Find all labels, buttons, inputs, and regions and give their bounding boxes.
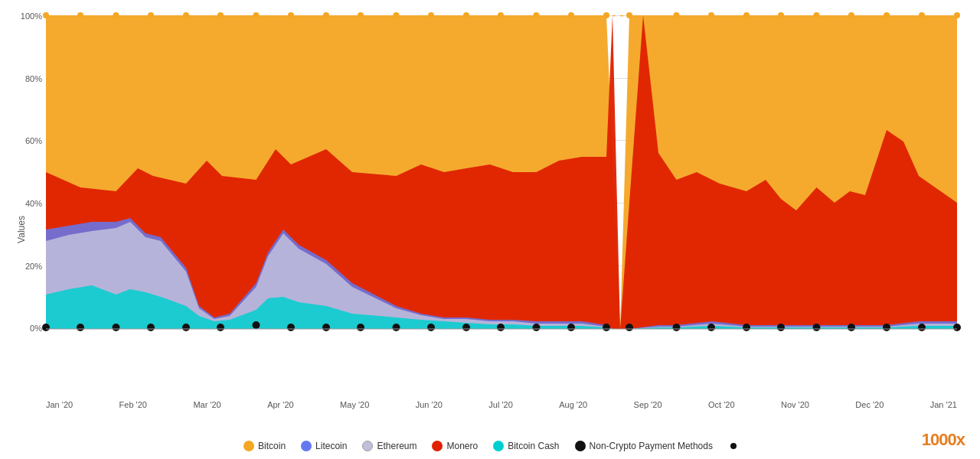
x-label-jan21: Jan '21: [930, 400, 957, 409]
svg-point-16: [568, 12, 574, 18]
svg-point-50: [813, 324, 821, 331]
x-label-aug20: Aug '20: [559, 400, 587, 409]
svg-point-3: [113, 12, 119, 18]
svg-point-47: [707, 324, 715, 331]
x-labels: Jan '20 Feb '20 Mar '20 Apr '20 May '20 …: [46, 400, 957, 409]
svg-point-1: [43, 12, 49, 18]
y-label-20: 20%: [25, 262, 42, 271]
svg-point-6: [217, 12, 224, 18]
svg-point-37: [357, 324, 364, 331]
ethereum-legend-dot: [362, 441, 373, 451]
legend: Bitcoin Litecoin Ethereum Monero Bitcoin…: [0, 441, 980, 451]
svg-point-15: [534, 12, 540, 18]
brand-text: 1000x: [922, 430, 965, 449]
y-axis-label: Values: [16, 216, 27, 243]
svg-point-20: [708, 12, 714, 18]
svg-point-25: [884, 12, 890, 18]
litecoin-legend-dot: [301, 441, 312, 451]
svg-point-12: [428, 12, 434, 18]
x-label-dec20: Dec '20: [855, 400, 884, 409]
svg-point-53: [918, 324, 926, 331]
legend-item-noncrypto: Non-Crypto Payment Methods: [575, 441, 713, 451]
svg-point-17: [603, 12, 609, 18]
svg-point-45: [626, 324, 633, 331]
svg-point-51: [848, 324, 855, 331]
legend-item-monero: Monero: [432, 441, 478, 451]
bitcoin-cash-legend-dot: [493, 441, 504, 451]
svg-point-35: [287, 324, 295, 331]
svg-point-5: [183, 12, 189, 18]
x-label-jun20: Jun '20: [416, 400, 443, 409]
svg-point-32: [182, 324, 190, 331]
x-label-nov20: Nov '20: [781, 400, 809, 409]
svg-point-43: [567, 324, 575, 331]
bitcoin-legend-dot: [243, 441, 254, 451]
legend-item-bitcoin-cash: Bitcoin Cash: [493, 441, 559, 451]
svg-point-49: [777, 324, 785, 331]
extra-legend-dot: [730, 443, 737, 449]
svg-point-42: [533, 324, 541, 331]
svg-point-27: [954, 12, 960, 18]
x-label-jan20: Jan '20: [46, 400, 73, 409]
x-label-sep20: Sep '20: [634, 400, 662, 409]
x-label-apr20: Apr '20: [267, 400, 294, 409]
svg-point-18: [626, 12, 632, 18]
y-label-0: 0%: [30, 324, 42, 333]
svg-point-36: [322, 324, 330, 331]
x-label-mar20: Mar '20: [193, 400, 220, 409]
noncrypto-legend-label: Non-Crypto Payment Methods: [590, 441, 713, 451]
y-label-40: 40%: [25, 199, 42, 208]
legend-item-extra-dot: [728, 443, 737, 449]
svg-point-22: [778, 12, 784, 18]
monero-legend-label: Monero: [446, 441, 478, 451]
svg-point-19: [674, 12, 680, 18]
svg-point-10: [358, 12, 364, 18]
y-label-80: 80%: [25, 74, 42, 83]
svg-point-54: [953, 324, 961, 331]
bitcoin-legend-label: Bitcoin: [258, 441, 286, 451]
svg-point-34: [253, 321, 260, 329]
svg-point-26: [919, 12, 925, 18]
svg-point-11: [394, 12, 400, 18]
svg-point-28: [42, 324, 50, 331]
svg-point-41: [497, 324, 505, 331]
bitcoin-cash-legend-label: Bitcoin Cash: [508, 441, 559, 451]
x-label-feb20: Feb '20: [119, 400, 147, 409]
svg-point-14: [498, 12, 504, 18]
svg-point-48: [743, 324, 750, 331]
svg-point-39: [427, 324, 435, 331]
brand-logo: 1000x: [922, 430, 965, 450]
svg-point-23: [814, 12, 820, 18]
chart-svg: [46, 15, 957, 390]
litecoin-legend-label: Litecoin: [315, 441, 347, 451]
svg-point-21: [743, 12, 750, 18]
svg-point-4: [148, 12, 154, 18]
x-label-oct20: Oct '20: [708, 400, 735, 409]
noncrypto-legend-dot: [575, 441, 586, 451]
svg-point-8: [288, 12, 294, 18]
svg-point-7: [253, 12, 260, 18]
svg-point-13: [463, 12, 469, 18]
x-label-jul20: Jul '20: [488, 400, 512, 409]
legend-item-litecoin: Litecoin: [301, 441, 347, 451]
svg-point-29: [77, 324, 84, 331]
legend-item-ethereum: Ethereum: [362, 441, 416, 451]
svg-point-2: [77, 12, 83, 18]
chart-area: 120% 100% 80% 60% 40% 20%: [46, 15, 957, 390]
svg-point-46: [673, 324, 681, 331]
svg-point-33: [217, 324, 224, 331]
svg-point-44: [603, 324, 610, 331]
svg-point-31: [147, 324, 155, 331]
ethereum-legend-label: Ethereum: [377, 441, 416, 451]
svg-point-9: [323, 12, 329, 18]
x-label-may20: May '20: [340, 400, 369, 409]
chart-container: Values 120% 100% 80% 60% 40%: [0, 0, 980, 459]
monero-legend-dot: [432, 441, 443, 451]
svg-point-30: [113, 324, 120, 331]
svg-point-38: [393, 324, 400, 331]
svg-point-24: [848, 12, 854, 18]
svg-point-52: [883, 324, 890, 331]
svg-point-40: [462, 324, 470, 331]
y-label-100: 100%: [21, 11, 42, 21]
y-label-60: 60%: [25, 136, 42, 145]
